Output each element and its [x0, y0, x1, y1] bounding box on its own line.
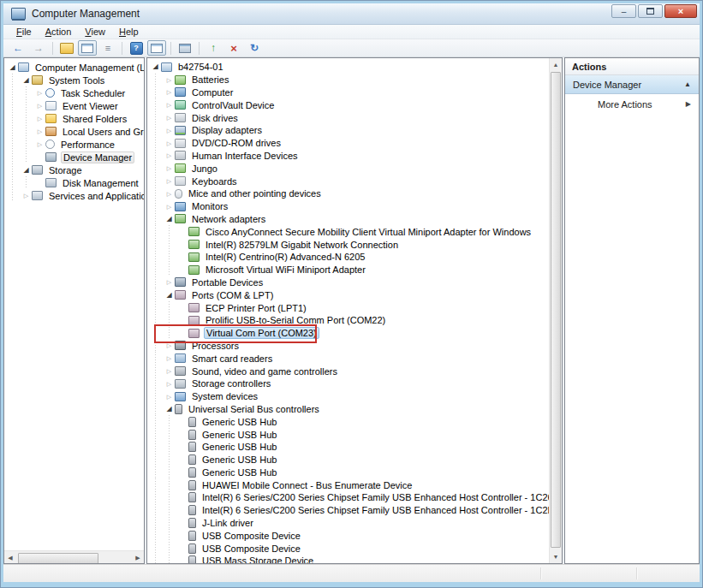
scroll-right-arrow-icon[interactable]: ▶: [132, 552, 144, 563]
tree-item[interactable]: Generic USB Hub: [150, 454, 549, 466]
tree-item[interactable]: Intel(R) 6 Series/C200 Series Chipset Fa…: [150, 491, 549, 504]
collapsed-arrow-icon[interactable]: ▷: [164, 102, 175, 108]
menu-item-action[interactable]: Action: [39, 26, 79, 38]
tree-item[interactable]: ▷Display adapters: [150, 124, 549, 137]
tree-item[interactable]: Disk Management: [7, 176, 144, 189]
tree-item[interactable]: ▷Task Scheduler: [7, 86, 144, 99]
remote-computer-button[interactable]: [176, 40, 194, 56]
menu-item-view[interactable]: View: [78, 26, 112, 38]
collapsed-arrow-icon[interactable]: ▷: [164, 381, 175, 387]
tree-item[interactable]: ▷Mice and other pointing devices: [150, 187, 549, 200]
collapsed-arrow-icon[interactable]: ▷: [164, 355, 175, 361]
expanded-arrow-icon[interactable]: ◢: [164, 292, 175, 299]
scroll-up-arrow-icon[interactable]: ▲: [550, 58, 562, 71]
back-button[interactable]: ←: [9, 40, 27, 56]
tree-item[interactable]: ◢Universal Serial Bus controllers: [150, 403, 549, 416]
tree-item[interactable]: J-Link driver: [150, 517, 549, 530]
console-window-button[interactable]: [78, 40, 97, 56]
collapsed-arrow-icon[interactable]: ▷: [164, 178, 175, 184]
tree-item[interactable]: ◢System Tools: [7, 74, 144, 86]
tree-item[interactable]: USB Composite Device: [150, 542, 549, 555]
expanded-arrow-icon[interactable]: ◢: [21, 167, 32, 174]
forward-button[interactable]: →: [29, 40, 48, 56]
tree-item[interactable]: Generic USB Hub: [150, 441, 549, 454]
expanded-arrow-icon[interactable]: ◢: [7, 64, 18, 71]
help-button[interactable]: ?: [127, 40, 146, 56]
tree-item[interactable]: ▷Batteries: [150, 74, 549, 86]
horizontal-scrollbar-thumb[interactable]: [18, 553, 98, 564]
tree-item[interactable]: ▷Disk drives: [150, 111, 549, 124]
collapsed-arrow-icon[interactable]: ▷: [164, 140, 175, 146]
tree-item[interactable]: Generic USB Hub: [150, 428, 549, 441]
tree-item[interactable]: Intel(R) 82579LM Gigabit Network Connect…: [150, 238, 549, 251]
tree-item[interactable]: ▷Sound, video and game controllers: [150, 365, 549, 377]
tree-item[interactable]: ▷Processors: [150, 340, 549, 353]
collapsed-arrow-icon[interactable]: ▷: [164, 152, 175, 158]
tree-item[interactable]: ◢Computer Management (Local: [7, 61, 144, 74]
restore-button[interactable]: [638, 4, 663, 18]
title-bar[interactable]: Computer Management: [3, 3, 700, 25]
collapsed-arrow-icon[interactable]: ▷: [164, 394, 175, 400]
tree-item[interactable]: Intel(R) 6 Series/C200 Series Chipset Fa…: [150, 504, 549, 517]
tree-item[interactable]: ▷Shared Folders: [7, 112, 144, 125]
collapsed-arrow-icon[interactable]: ▷: [34, 90, 45, 96]
show-console-tree-button[interactable]: [57, 40, 76, 56]
scroll-left-arrow-icon[interactable]: ◀: [4, 552, 16, 563]
collapsed-arrow-icon[interactable]: ▷: [34, 116, 45, 122]
tree-item[interactable]: Cisco AnyConnect Secure Mobility Client …: [150, 225, 549, 238]
expanded-arrow-icon[interactable]: ◢: [164, 216, 175, 223]
more-actions-item[interactable]: More Actions ▶: [565, 94, 699, 114]
tree-item[interactable]: HUAWEI Mobile Connect - Bus Enumerate De…: [150, 478, 549, 491]
tree-item[interactable]: ECP Printer Port (LPT1): [150, 301, 549, 314]
expanded-arrow-icon[interactable]: ◢: [21, 77, 32, 84]
collapsed-arrow-icon[interactable]: ▷: [164, 165, 175, 171]
tree-item[interactable]: ◢Ports (COM & LPT): [150, 288, 549, 301]
scan-hardware-changes-button[interactable]: ↻: [245, 40, 264, 56]
tree-item[interactable]: Device Manager: [7, 151, 144, 163]
uninstall-device-button[interactable]: ×: [224, 40, 243, 56]
tree-item[interactable]: ▷Storage controllers: [150, 377, 549, 390]
collapsed-arrow-icon[interactable]: ▷: [164, 342, 175, 348]
tree-item[interactable]: Intel(R) Centrino(R) Advanced-N 6205: [150, 251, 549, 264]
tree-item[interactable]: ◢Network adapters: [150, 213, 549, 226]
tree-item[interactable]: ▷ControlVault Device: [150, 98, 549, 111]
tree-item[interactable]: Prolific USB-to-Serial Comm Port (COM22): [150, 314, 549, 327]
collapsed-arrow-icon[interactable]: ▷: [164, 204, 175, 210]
collapsed-arrow-icon[interactable]: ▷: [34, 141, 45, 147]
collapsed-arrow-icon[interactable]: ▷: [21, 193, 32, 199]
tree-item[interactable]: ▷Event Viewer: [7, 99, 144, 112]
collapsed-arrow-icon[interactable]: ▷: [34, 128, 45, 134]
action-pane-button[interactable]: [147, 40, 166, 56]
tree-item[interactable]: ▷Human Interface Devices: [150, 150, 549, 163]
tree-item[interactable]: Virtual Com Port (COM23): [150, 327, 549, 340]
tree-item[interactable]: USB Mass Storage Device: [150, 555, 549, 564]
tree-item[interactable]: Generic USB Hub: [150, 415, 549, 428]
tree-item[interactable]: ▷Monitors: [150, 200, 549, 213]
tree-item[interactable]: ▷Smart card readers: [150, 352, 549, 365]
tree-item[interactable]: Generic USB Hub: [150, 466, 549, 479]
tree-item[interactable]: ◢Storage: [7, 163, 144, 176]
tree-item[interactable]: ▷Portable Devices: [150, 276, 549, 289]
collapsed-arrow-icon[interactable]: ▷: [164, 77, 175, 83]
tree-item[interactable]: ▷Jungo: [150, 162, 549, 175]
tree-item[interactable]: ▷Local Users and Groups: [7, 125, 144, 138]
minimize-button[interactable]: –: [611, 4, 636, 18]
tree-item[interactable]: ▷DVD/CD-ROM drives: [150, 137, 549, 150]
actions-section-device-manager[interactable]: Device Manager ▲: [565, 75, 699, 94]
scroll-down-arrow-icon[interactable]: ▼: [550, 550, 562, 563]
horizontal-scrollbar[interactable]: ◀ ▶: [4, 550, 144, 563]
tree-item[interactable]: ◢b42754-01: [150, 61, 549, 74]
collapsed-arrow-icon[interactable]: ▷: [34, 103, 45, 109]
collapsed-arrow-icon[interactable]: ▷: [164, 191, 175, 197]
menu-item-file[interactable]: File: [9, 26, 39, 38]
menu-item-help[interactable]: Help: [112, 26, 146, 38]
expanded-arrow-icon[interactable]: ◢: [150, 63, 161, 70]
export-list-button[interactable]: ≡: [98, 40, 117, 56]
collapsed-arrow-icon[interactable]: ▷: [164, 115, 175, 121]
tree-item[interactable]: ▷Keyboards: [150, 175, 549, 187]
collapsed-arrow-icon[interactable]: ▷: [164, 368, 175, 374]
tree-item[interactable]: ▷Services and Applications: [7, 189, 144, 202]
expanded-arrow-icon[interactable]: ◢: [164, 406, 175, 413]
tree-item[interactable]: ▷Computer: [150, 86, 549, 99]
collapsed-arrow-icon[interactable]: ▷: [164, 279, 175, 285]
